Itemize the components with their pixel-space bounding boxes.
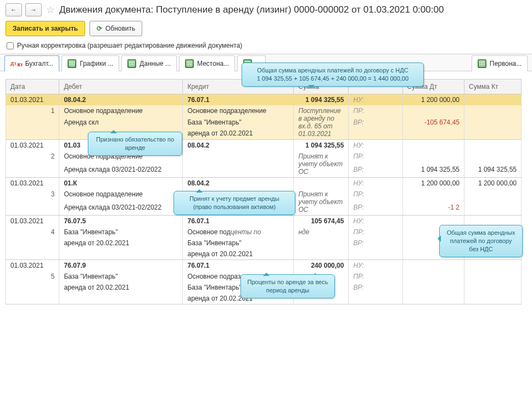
callout-total-without-vat: Общая сумма арендных платежей по договор…: [439, 225, 523, 257]
col-debit: Дебет: [59, 80, 183, 94]
callout-asset-recognition: Принят к учету предмет аренды (право пол…: [173, 191, 295, 215]
grid-icon: [127, 59, 136, 68]
col-date: Дата: [6, 80, 59, 94]
manual-edit-checkbox[interactable]: [7, 42, 14, 49]
table-row[interactable]: 01.03.2021 08.04.2 76.07.1 1 094 325,55 …: [6, 94, 522, 106]
grid-icon: [478, 59, 486, 68]
table-row[interactable]: Аренда склада 03/2021-02/2022 ВР: 1 094 …: [6, 164, 522, 177]
tab-accounting[interactable]: ДтКт Бухгалт...: [4, 55, 59, 71]
table-row[interactable]: 01.03.2021 01.К 08.04.2 НУ: 1 200 000,00…: [6, 178, 522, 189]
tab-first-cost[interactable]: Первона...: [472, 55, 528, 71]
page-title: Движения документа: Поступление в аренду…: [59, 4, 444, 15]
table-row[interactable]: 2 Основное подразделение Принят к учету …: [6, 151, 522, 164]
tab-graphics[interactable]: Графики ...: [61, 55, 119, 71]
callout-interest: Проценты по аренде за весь период аренды: [240, 274, 335, 298]
grid-icon: [185, 59, 194, 68]
save-close-button[interactable]: Записать и закрыть: [5, 21, 85, 36]
refresh-label: Обновить: [105, 25, 135, 32]
nav-forward-button[interactable]: →: [25, 3, 42, 16]
manual-edit-label: Ручная корректировка (разрешает редактир…: [17, 42, 242, 49]
callout-liability: Признано обязательство по аренде: [88, 132, 182, 156]
nav-back-button[interactable]: ←: [5, 3, 22, 16]
tab-data[interactable]: Данные ...: [121, 55, 177, 71]
table-row[interactable]: Аренда скл База "Инвентарь" ВР: -105 674…: [6, 117, 522, 128]
table-row[interactable]: 01.03.2021 01.03 08.04.2 1 094 325,55 НУ…: [6, 140, 522, 151]
refresh-button[interactable]: ⟳ Обновить: [89, 21, 142, 36]
dtkt-icon: ДтКт: [10, 61, 22, 66]
table-row[interactable]: аренда от 20.02.2021: [6, 128, 522, 139]
grid-icon: [68, 59, 76, 68]
callout-total-with-vat: Общая сумма арендных платежей по договор…: [242, 63, 424, 87]
refresh-icon: ⟳: [97, 25, 102, 32]
tab-location[interactable]: Местона...: [179, 55, 235, 71]
col-sumkt: Сумма Кт: [464, 80, 521, 94]
favorite-star-icon[interactable]: ☆: [46, 4, 55, 16]
table-row[interactable]: 1 Основное подразделение Основное подраз…: [6, 105, 522, 117]
